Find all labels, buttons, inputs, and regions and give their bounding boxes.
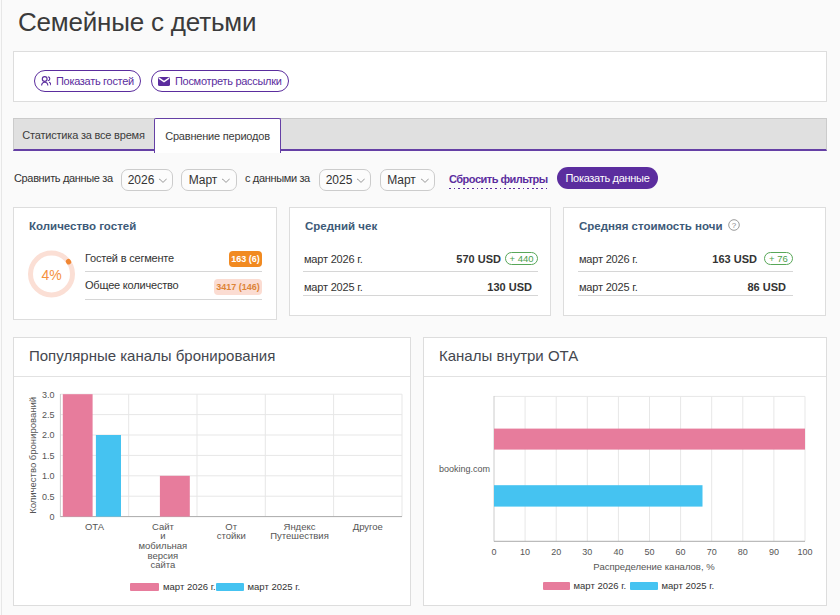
svg-text:3.0: 3.0 (42, 390, 55, 400)
svg-text:Другое: Другое (353, 521, 383, 532)
svg-text:0: 0 (49, 512, 54, 522)
svg-text:Количество бронирований: Количество бронирований (27, 397, 38, 514)
svg-text:сайта: сайта (150, 559, 176, 570)
svg-text:2.5: 2.5 (42, 410, 55, 420)
svg-text:50: 50 (644, 547, 654, 557)
svg-text:ОТА: ОТА (85, 521, 105, 532)
svg-text:100: 100 (797, 547, 812, 557)
svg-text:10: 10 (520, 547, 530, 557)
svg-text:30: 30 (582, 547, 592, 557)
svg-text:60: 60 (676, 547, 686, 557)
svg-text:booking.com: booking.com (439, 464, 490, 474)
svg-text:1.5: 1.5 (42, 451, 55, 461)
svg-text:1.0: 1.0 (42, 471, 55, 481)
svg-text:70: 70 (707, 547, 717, 557)
svg-text:?: ? (732, 221, 737, 230)
svg-text:0: 0 (491, 547, 496, 557)
svg-text:Путешествия: Путешествия (270, 530, 329, 541)
svg-text:40: 40 (613, 547, 623, 557)
svg-text:2.0: 2.0 (42, 430, 55, 440)
svg-text:0.5: 0.5 (42, 492, 55, 502)
svg-text:80: 80 (738, 547, 748, 557)
svg-text:Распределение каналов, %: Распределение каналов, % (593, 561, 715, 572)
svg-text:90: 90 (769, 547, 779, 557)
svg-text:стойки: стойки (217, 530, 246, 541)
svg-text:20: 20 (551, 547, 561, 557)
svg-text:4%: 4% (41, 267, 61, 283)
